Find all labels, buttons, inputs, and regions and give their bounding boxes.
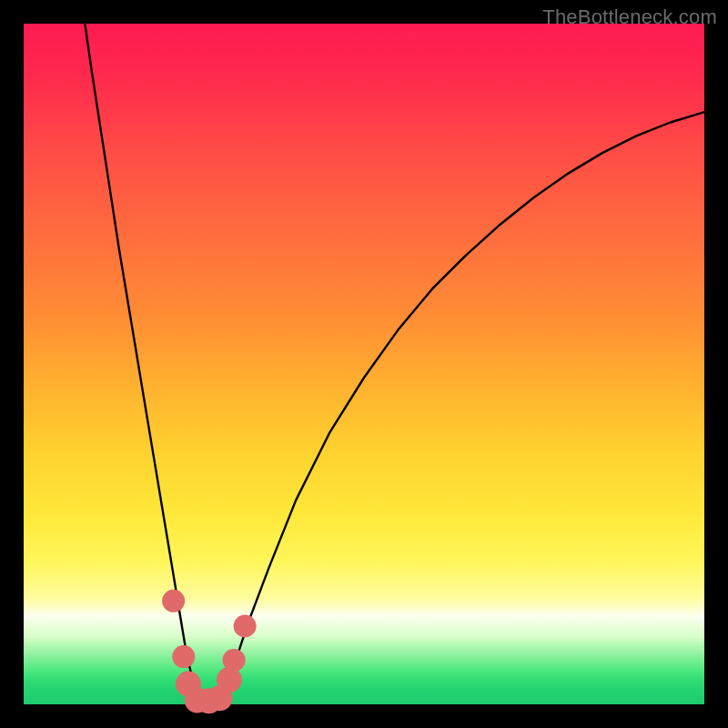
chart-svg bbox=[24, 24, 704, 704]
curve-marker bbox=[234, 615, 257, 638]
chart-frame: TheBottleneck.com bbox=[0, 0, 728, 728]
curve-markers bbox=[162, 590, 257, 714]
chart-plot-area bbox=[24, 24, 704, 704]
curve-marker bbox=[217, 667, 242, 693]
curve-marker bbox=[172, 645, 195, 668]
watermark-text: TheBottleneck.com bbox=[542, 5, 717, 29]
curve-marker bbox=[162, 590, 185, 612]
curve-marker bbox=[223, 649, 246, 672]
